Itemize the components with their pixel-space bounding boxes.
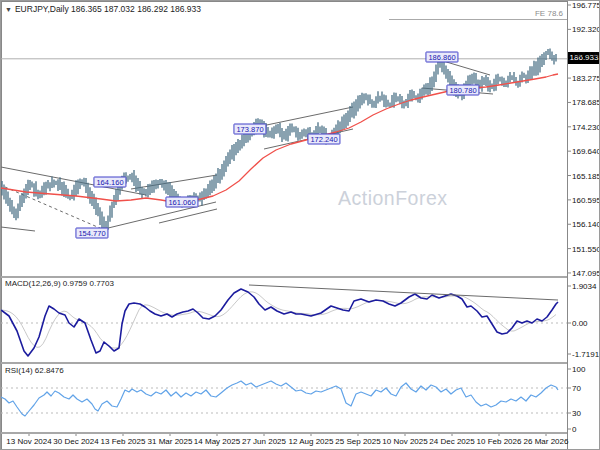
price-axis-line xyxy=(567,1,568,450)
symbol-ohlc-header: ▼EURJPY,Daily 186.365 187.032 186.292 18… xyxy=(5,4,201,14)
price-axis-label: 165.185 xyxy=(572,171,600,180)
time-axis-label: 26 Mar 2026 xyxy=(524,437,569,446)
price-axis-label: 147.095 xyxy=(572,268,600,277)
price-axis-label: 192.320 xyxy=(572,25,600,34)
price-axis-label: 196.775 xyxy=(572,1,600,10)
time-axis-label: 10 Nov 2025 xyxy=(382,437,427,446)
time-axis-label: 13 Feb 2025 xyxy=(101,437,146,446)
price-level-callout[interactable]: 164.160 xyxy=(93,177,126,188)
panel-divider-macd[interactable] xyxy=(1,276,567,278)
chevron-down-icon[interactable]: ▼ xyxy=(5,6,12,13)
trend-line xyxy=(1,227,35,231)
rsi-line xyxy=(1,381,558,416)
actionforex-watermark: ActionForex xyxy=(338,187,448,210)
price-axis-label: 160.595 xyxy=(572,195,600,204)
macd-main-line xyxy=(1,289,558,356)
price-axis-label: 156.140 xyxy=(572,220,600,229)
fibonacci-extension-label: FE 78.6 xyxy=(501,9,563,18)
time-axis-label: 25 Sep 2025 xyxy=(335,437,380,446)
time-axis-label: 30 Dec 2024 xyxy=(53,437,98,446)
indicator-axis-label: 30 xyxy=(572,409,581,418)
time-axis-label: 24 Dec 2025 xyxy=(429,437,474,446)
indicator-axis-label: 0 xyxy=(572,425,576,434)
time-axis-label: 31 Mar 2025 xyxy=(148,437,193,446)
time-axis-label: 13 Nov 2024 xyxy=(6,437,51,446)
price-axis-label: 178.685 xyxy=(572,98,600,107)
indicator-axis-label: 100 xyxy=(572,365,585,374)
trend-line xyxy=(131,175,217,189)
trend-line xyxy=(104,202,216,229)
price-axis-label: 187.730 xyxy=(572,49,600,58)
candlestick-series xyxy=(2,49,556,234)
price-level-callout[interactable]: 161.060 xyxy=(165,197,198,208)
rsi-indicator-label: RSI(14) 62.8476 xyxy=(5,366,64,375)
price-level-callout[interactable]: 180.780 xyxy=(446,85,479,96)
price-axis-label: 174.230 xyxy=(572,122,600,131)
chart-canvas[interactable] xyxy=(1,1,600,450)
time-axis-label: 14 May 2025 xyxy=(194,437,240,446)
panel-divider-xaxis xyxy=(1,432,567,434)
macd-trend-line xyxy=(249,285,558,300)
price-level-callout[interactable]: 172.240 xyxy=(307,134,340,145)
trend-line xyxy=(159,209,217,223)
indicator-axis-label: 0.00 xyxy=(572,319,588,328)
time-axis-label: 27 Jun 2025 xyxy=(242,437,286,446)
price-level-callout[interactable]: 154.770 xyxy=(75,228,108,239)
price-axis-label: 183.275 xyxy=(572,74,600,83)
symbol-ohlc-text: EURJPY,Daily 186.365 187.032 186.292 186… xyxy=(15,4,201,14)
chart-window: ▼EURJPY,Daily 186.365 187.032 186.292 18… xyxy=(0,0,600,450)
time-axis-label: 12 Aug 2025 xyxy=(289,437,334,446)
indicator-axis-label: 1.9034 xyxy=(572,282,596,291)
macd-signal-line xyxy=(1,292,556,348)
indicator-axis-label: 70 xyxy=(572,384,581,393)
price-level-callout[interactable]: 173.870 xyxy=(233,124,266,135)
macd-indicator-label: MACD(12,26,9) 0.9759 0.7703 xyxy=(5,279,114,288)
price-level-callout[interactable]: 186.860 xyxy=(425,52,458,63)
price-axis-label: 151.550 xyxy=(572,244,600,253)
panel-divider-rsi[interactable] xyxy=(1,362,567,364)
price-axis-label: 169.640 xyxy=(572,147,600,156)
time-axis-label: 10 Feb 2026 xyxy=(477,437,522,446)
indicator-axis-label: -1.7191 xyxy=(572,350,599,359)
